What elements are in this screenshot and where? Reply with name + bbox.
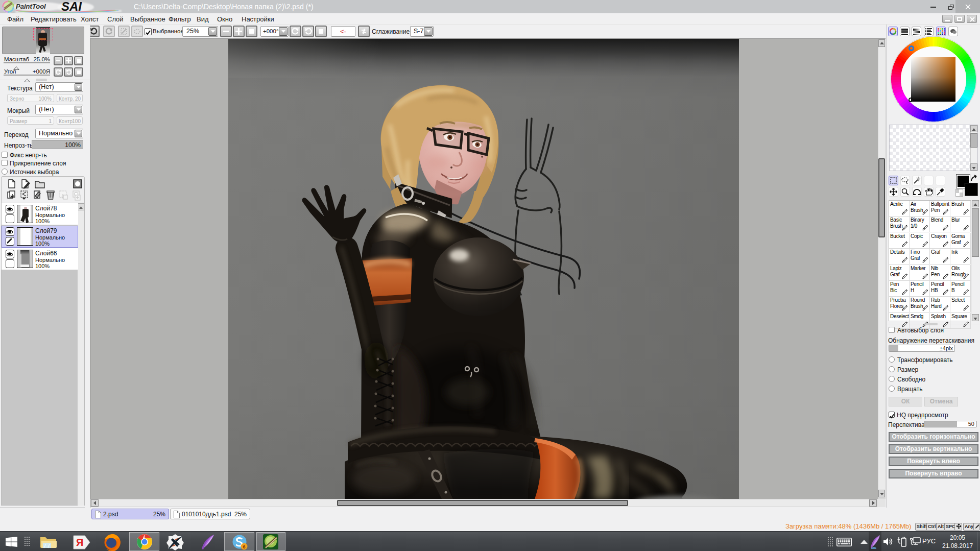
svg-text:6: 6 [243,544,246,549]
svg-text:Я: Я [76,537,83,548]
svg-text:PaintTool: PaintTool [16,3,46,10]
svg-text:SAI: SAI [61,0,82,13]
